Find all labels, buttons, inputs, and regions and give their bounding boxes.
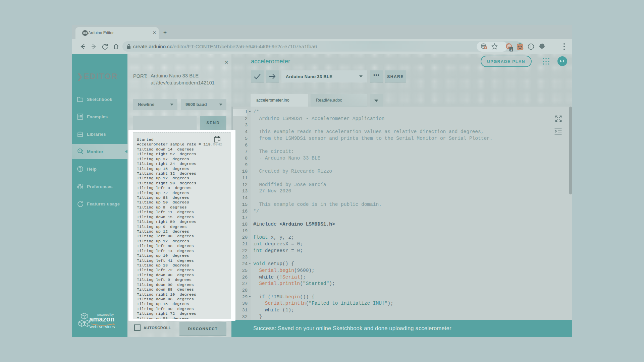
svg-text:1: 1 xyxy=(511,48,512,51)
